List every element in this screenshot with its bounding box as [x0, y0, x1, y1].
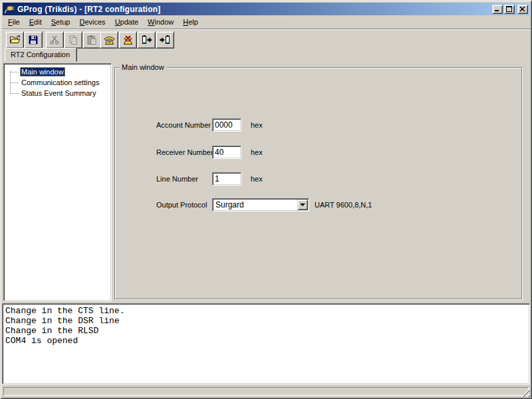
menu-setup[interactable]: Setup	[47, 17, 74, 27]
close-button[interactable]	[517, 5, 528, 14]
output-protocol-dropdown[interactable]: Surgard	[212, 198, 309, 211]
window-title: GProg (Trikdis) - [RT2 configuration]	[17, 5, 492, 14]
output-protocol-dropdown-button[interactable]	[297, 200, 308, 210]
tab-label: RT2 Configuration	[11, 51, 70, 59]
line-number-label: Line Number	[156, 175, 198, 183]
app-icon	[4, 4, 15, 15]
titlebar: GProg (Trikdis) - [RT2 configuration]	[3, 3, 529, 15]
account-number-unit: hex	[251, 121, 263, 129]
uart-settings-text: UART 9600,8,N,1	[315, 201, 372, 209]
tree-item-communication-settings[interactable]: Communication settings	[4, 77, 111, 88]
menu-window[interactable]: Window	[144, 17, 178, 27]
statusbar	[2, 386, 530, 397]
chevron-down-icon	[300, 203, 305, 206]
receiver-number-label: Receiver Number	[156, 148, 213, 156]
tree-item-label: Status Event Summary	[20, 88, 98, 98]
event-log[interactable]: Change in the CTS line. Change in the DS…	[2, 303, 530, 384]
menu-update[interactable]: Update	[111, 17, 142, 27]
cut-button	[45, 31, 64, 49]
line-number-unit: hex	[251, 175, 263, 183]
log-line: Change in the CTS line.	[5, 306, 527, 316]
minimize-icon	[494, 6, 501, 12]
line-number-input[interactable]	[212, 172, 241, 186]
tree-item-status-event-summary[interactable]: Status Event Summary	[4, 88, 111, 98]
save-button[interactable]	[24, 31, 43, 49]
copy-button	[64, 31, 82, 49]
tree-connector	[10, 82, 19, 83]
floppy-disk-icon	[28, 35, 39, 45]
tree-item-label: Communication settings	[20, 78, 100, 87]
receiver-number-row: Receiver Number hex	[115, 146, 521, 159]
tree-connector	[10, 93, 19, 94]
config-tree: Main window Communication settings Statu…	[3, 63, 112, 301]
open-folder-icon	[9, 35, 21, 45]
log-line: Change in the DSR line	[5, 316, 527, 326]
account-number-row: Account Number hex	[115, 118, 521, 132]
main-window-groupbox: Main window Account Number hex Receiver …	[114, 67, 522, 299]
receiver-number-unit: hex	[251, 148, 263, 156]
copy-pages-icon	[68, 35, 78, 45]
disconnect-button[interactable]	[118, 31, 137, 49]
device-arrow-out-icon	[141, 35, 152, 45]
menu-help[interactable]: Help	[179, 17, 202, 27]
menubar: File Edit Setup Devices Update Window He…	[3, 16, 529, 28]
toolbar	[1, 29, 531, 48]
tab-rt2-configuration[interactable]: RT2 Configuration	[5, 48, 77, 62]
read-device-button[interactable]	[137, 31, 156, 49]
tree-connector	[10, 72, 19, 72]
output-protocol-label: Output Protocol	[156, 201, 207, 209]
log-line: Change in the RLSD	[5, 326, 527, 336]
telephone-hangup-icon	[122, 35, 134, 45]
maximize-icon	[506, 6, 513, 12]
status-text	[3, 387, 529, 396]
app-window: GProg (Trikdis) - [RT2 configuration] Fi…	[0, 0, 532, 399]
arrow-into-device-icon	[160, 35, 171, 45]
menu-devices[interactable]: Devices	[75, 17, 109, 27]
tree-item-label: Main window	[20, 67, 65, 76]
menu-file[interactable]: File	[4, 17, 24, 27]
line-number-row: Line Number hex	[115, 172, 521, 186]
minimize-button[interactable]	[492, 5, 503, 14]
receiver-number-input[interactable]	[212, 146, 241, 159]
write-device-button[interactable]	[156, 31, 174, 49]
groupbox-title: Main window	[120, 63, 166, 71]
account-number-input[interactable]	[212, 118, 241, 132]
maximize-button[interactable]	[504, 5, 515, 14]
telephone-icon	[104, 35, 115, 45]
log-line: COM4 is opened	[5, 336, 527, 346]
output-protocol-value: Surgard	[213, 200, 297, 209]
output-protocol-row: Output Protocol Surgard UART 9600,8,N,1	[115, 198, 521, 211]
paste-button	[82, 31, 101, 49]
connect-button[interactable]	[100, 31, 118, 49]
menu-edit[interactable]: Edit	[25, 17, 46, 27]
close-icon	[519, 6, 526, 12]
clipboard-paste-icon	[86, 35, 97, 45]
open-button[interactable]	[5, 31, 24, 49]
tree-item-main-window[interactable]: Main window	[4, 66, 111, 77]
account-number-label: Account Number	[156, 121, 211, 129]
scissors-icon	[49, 35, 60, 45]
